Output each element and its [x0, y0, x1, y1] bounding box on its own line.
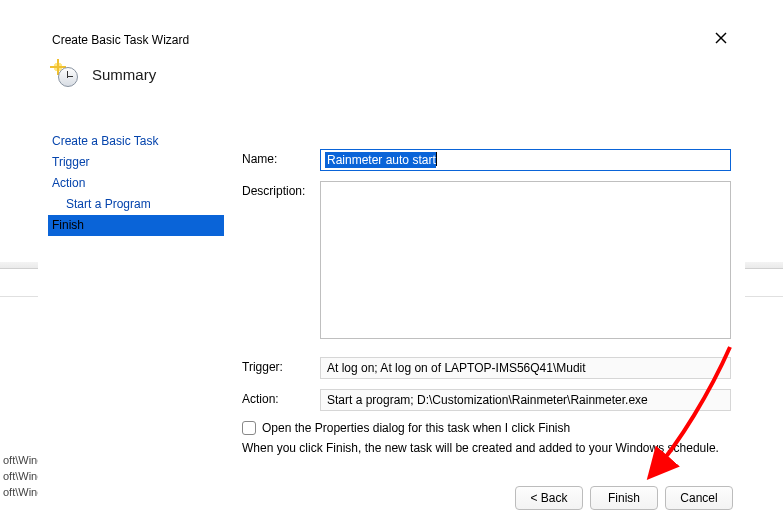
text-caret — [436, 152, 437, 166]
description-label: Description: — [242, 181, 320, 198]
trigger-label: Trigger: — [242, 357, 320, 374]
dialog-title: Create Basic Task Wizard — [52, 33, 189, 47]
wizard-steps: Create a Basic Task Trigger Action Start… — [48, 131, 224, 236]
action-label: Action: — [242, 389, 320, 406]
name-label: Name: — [242, 149, 320, 166]
finish-button[interactable]: Finish — [590, 486, 658, 510]
open-properties-checkbox[interactable] — [242, 421, 256, 435]
name-input-selection: Rainmeter auto start — [325, 152, 436, 168]
step-create-basic-task[interactable]: Create a Basic Task — [48, 131, 224, 152]
back-button[interactable]: < Back — [515, 486, 583, 510]
wizard-dialog: Create Basic Task Wizard Summary Create … — [38, 20, 745, 528]
action-value: Start a program; D:\Customization\Rainme… — [320, 389, 731, 411]
name-input[interactable]: Rainmeter auto start — [320, 149, 731, 171]
description-row: Description: — [242, 181, 731, 339]
name-row: Name: Rainmeter auto start — [242, 149, 731, 171]
action-row: Action: Start a program; D:\Customizatio… — [242, 389, 731, 411]
trigger-value: At log on; At log on of LAPTOP-IMS56Q41\… — [320, 357, 731, 379]
header-row: Summary — [52, 61, 156, 87]
step-action[interactable]: Action — [48, 173, 224, 194]
description-input[interactable] — [320, 181, 731, 339]
close-button[interactable] — [709, 29, 733, 53]
form-area: Name: Rainmeter auto start Description: … — [242, 149, 731, 472]
step-start-a-program[interactable]: Start a Program — [48, 194, 224, 215]
step-finish[interactable]: Finish — [48, 215, 224, 236]
cancel-button[interactable]: Cancel — [665, 486, 733, 510]
page-title: Summary — [92, 66, 156, 83]
step-trigger[interactable]: Trigger — [48, 152, 224, 173]
finish-note: When you click Finish, the new task will… — [242, 441, 731, 455]
open-properties-row: Open the Properties dialog for this task… — [242, 421, 731, 435]
trigger-row: Trigger: At log on; At log on of LAPTOP-… — [242, 357, 731, 379]
bg-path-fragment: oft\Windows\ El — [3, 484, 40, 500]
close-icon — [714, 31, 728, 45]
wizard-buttons: < Back Finish Cancel — [515, 486, 733, 510]
bg-path-fragment: oft\Wind… — [3, 452, 40, 468]
open-properties-label: Open the Properties dialog for this task… — [262, 421, 570, 435]
bg-path-fragment: oft\Windows\U… — [3, 468, 40, 484]
task-clock-icon — [52, 61, 78, 87]
